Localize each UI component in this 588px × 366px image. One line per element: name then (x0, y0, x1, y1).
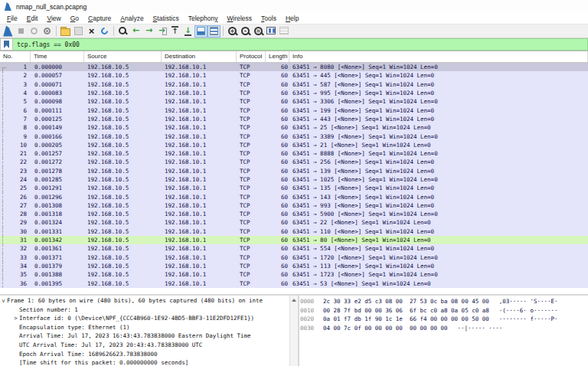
packet-row[interactable]: 100.000205192.168.10.5192.168.10.1TCP606… (0, 141, 588, 149)
menu-analyze[interactable]: Analyze (116, 14, 148, 24)
zoom-out-button[interactable]: - (239, 25, 252, 38)
detail-line[interactable]: Encapsulation type: Ethernet (1) (12, 323, 289, 332)
menu-telephony[interactable]: Telephony (184, 14, 223, 24)
expand-closed-icon[interactable]: > (12, 314, 19, 323)
packet-row[interactable]: 70.000125192.168.10.5192.168.10.1TCP6063… (0, 115, 588, 123)
packet-row[interactable]: 220.001272192.168.10.5192.168.10.1TCP606… (0, 158, 588, 166)
go-back-button[interactable] (129, 25, 142, 38)
packet-row[interactable]: 20.000057192.168.10.5192.168.10.1TCP6063… (0, 71, 588, 80)
resize-columns-button[interactable] (265, 25, 278, 38)
column-header-info[interactable]: Info (289, 51, 588, 62)
capture-options-button[interactable] (41, 25, 54, 38)
save-file-button[interactable] (72, 25, 85, 38)
detail-line[interactable]: UTC Arrival Time: Jul 17, 2023 20:43:43.… (12, 341, 289, 350)
go-to-top-button[interactable] (168, 25, 181, 38)
packet-row[interactable]: 340.001379192.168.10.5192.168.10.1TCP606… (0, 262, 588, 270)
packet-row[interactable]: 250.001291192.168.10.5192.168.10.1TCP606… (0, 184, 588, 192)
hex-row[interactable]: 003004 00 7c 0f 00 00 00 00 00 00 00 00·… (300, 324, 588, 333)
cell-len: 60 (266, 228, 289, 235)
zoom-in-button[interactable]: + (226, 25, 239, 38)
packet-row[interactable]: 230.001278192.168.10.5192.168.10.1TCP606… (0, 167, 588, 175)
detail-line[interactable]: Epoch Arrival Time: 1689626623.783838000 (12, 350, 289, 359)
cell-info: 63451 → 1720 [<None>] Seq=1 Win=1024 Len… (289, 254, 588, 261)
detail-line[interactable]: Arrival Time: Jul 17, 2023 16:43:43.7838… (12, 332, 289, 341)
packet-row[interactable]: 290.001324192.168.10.5192.168.10.1TCP606… (0, 218, 588, 227)
menu-go[interactable]: Go (66, 14, 83, 24)
menu-wireless[interactable]: Wireless (222, 14, 256, 24)
display-filter-input[interactable]: tcp.flags == 0x00 (13, 38, 588, 51)
packet-row[interactable]: 320.001361192.168.10.5192.168.10.1TCP606… (0, 244, 588, 253)
packet-row[interactable]: 270.001308192.168.10.5192.168.10.1TCP606… (0, 201, 588, 210)
details-scrollbar[interactable] (289, 296, 298, 366)
packet-row[interactable]: 50.000098192.168.10.5192.168.10.1TCP6063… (0, 97, 588, 106)
menu-statistics[interactable]: Statistics (149, 14, 184, 24)
packet-row[interactable]: 60.000111192.168.10.5192.168.10.1TCP6063… (0, 106, 588, 114)
menu-view[interactable]: View (42, 14, 65, 24)
hex-offset: 0000 (300, 297, 320, 306)
column-header-time[interactable]: Time (31, 51, 84, 62)
related-packet-indicator (2, 184, 6, 192)
menu-help[interactable]: Help (281, 14, 304, 24)
detail-line[interactable]: [Time shift for this packet: 0.000000000… (12, 358, 289, 366)
menu-capture[interactable]: Capture (83, 14, 116, 24)
cell-proto: TCP (237, 124, 266, 131)
vertical-pane-divider[interactable] (298, 296, 299, 366)
cell-time: 0.001361 (31, 245, 84, 252)
packet-row[interactable]: 80.000149192.168.10.5192.168.10.1TCP6063… (0, 123, 588, 132)
cell-dst: 192.168.10.1 (162, 81, 237, 88)
cell-time: 0.000125 (31, 116, 84, 123)
packet-row[interactable]: 40.000083192.168.10.5192.168.10.1TCP6063… (0, 89, 588, 97)
column-header-source[interactable]: Source (84, 51, 162, 62)
scroll-up-icon[interactable] (292, 299, 296, 302)
detail-line[interactable]: >Interface id: 0 (\Device\NPF_{CCC4B960-… (12, 314, 289, 323)
menu-edit[interactable]: Edit (22, 14, 43, 24)
packet-row[interactable]: 360.001395192.168.10.5192.168.10.1TCP606… (0, 279, 588, 287)
go-to-bottom-button[interactable] (181, 25, 194, 38)
hex-row[interactable]: 00200a 01 f7 db 1f 90 1c 1e 66 f4 00 00 … (300, 315, 588, 324)
zoom-normal-button[interactable]: = (252, 25, 265, 38)
packet-row[interactable]: 310.001342192.168.10.5192.168.10.1TCP606… (0, 236, 588, 244)
expand-open-icon[interactable]: v (0, 296, 7, 306)
column-header-no[interactable]: No. (0, 51, 31, 62)
detail-line[interactable]: Section number: 1 (12, 306, 289, 315)
packet-row[interactable]: 30.000071192.168.10.5192.168.10.1TCP6063… (0, 80, 588, 89)
find-packet-button[interactable] (116, 25, 129, 38)
cell-info: 63451 → 135 [<None>] Seq=1 Win=1024 Len=… (289, 185, 588, 191)
packet-row[interactable]: 90.000166192.168.10.5192.168.10.1TCP6063… (0, 132, 588, 140)
column-header-length[interactable]: Length (266, 51, 289, 62)
cell-dst: 192.168.10.1 (162, 64, 237, 70)
cell-len: 60 (266, 98, 289, 105)
hex-row[interactable]: 00002c 30 33 e2 d5 c3 08 00 27 53 0c ba … (300, 297, 588, 306)
packet-row[interactable]: 10.000000192.168.10.5192.168.10.1TCP6063… (0, 63, 588, 71)
menu-tools[interactable]: Tools (256, 14, 281, 24)
filter-bookmark-button[interactable] (0, 38, 13, 51)
open-file-button[interactable] (59, 25, 72, 38)
reset-layout-button[interactable] (278, 25, 291, 38)
reload-file-button[interactable] (98, 25, 111, 38)
stop-capture-button[interactable] (15, 25, 28, 38)
auto-scroll-button[interactable] (194, 25, 207, 38)
menu-file[interactable]: File (2, 14, 22, 24)
start-capture-button[interactable] (2, 25, 15, 38)
cell-time: 0.000000 (31, 64, 84, 70)
restart-capture-button[interactable] (28, 25, 41, 38)
cell-info: 63451 → 554 [<None>] Seq=1 Win=1024 Len=… (289, 245, 588, 252)
colorize-button[interactable] (207, 25, 220, 38)
cell-dst: 192.168.10.1 (162, 168, 237, 175)
detail-line[interactable]: vFrame 1: 60 bytes on wire (480 bits), 6… (0, 296, 289, 306)
column-header-protocol[interactable]: Protocol (237, 51, 266, 62)
packet-row[interactable]: 210.001257192.168.10.5192.168.10.1TCP606… (0, 149, 588, 158)
hex-bytes: 00 28 7f bd 00 00 36 06 6f bc c0 a8 0a 0… (323, 306, 489, 315)
go-forward-button[interactable] (142, 25, 155, 38)
go-to-packet-button[interactable] (155, 25, 168, 38)
close-file-button[interactable] (85, 25, 98, 38)
hex-row[interactable]: 001000 28 7f bd 00 00 36 06 6f bc c0 a8 … (300, 306, 588, 315)
column-header-destination[interactable]: Destination (162, 51, 237, 62)
packet-row[interactable]: 300.001331192.168.10.5192.168.10.1TCP606… (0, 227, 588, 236)
related-packet-indicator (2, 167, 6, 175)
packet-row[interactable]: 260.001296192.168.10.5192.168.10.1TCP606… (0, 192, 588, 201)
packet-row[interactable]: 350.001388192.168.10.5192.168.10.1TCP606… (0, 270, 588, 279)
packet-row[interactable]: 280.001318192.168.10.5192.168.10.1TCP606… (0, 210, 588, 218)
packet-row[interactable]: 240.001285192.168.10.5192.168.10.1TCP606… (0, 175, 588, 184)
packet-row[interactable]: 330.001371192.168.10.5192.168.10.1TCP606… (0, 253, 588, 262)
